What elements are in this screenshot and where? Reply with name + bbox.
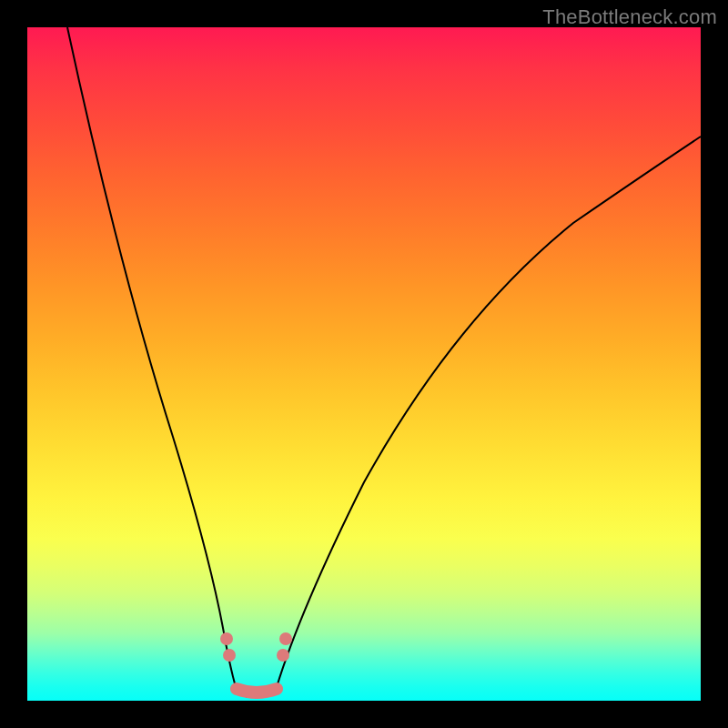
plot-area bbox=[27, 27, 701, 701]
watermark-text: TheBottleneck.com bbox=[542, 5, 717, 29]
svg-point-2 bbox=[279, 632, 292, 645]
chart-frame: TheBottleneck.com bbox=[0, 0, 728, 728]
svg-point-3 bbox=[277, 649, 289, 662]
svg-point-0 bbox=[220, 632, 233, 645]
marker-floor-band bbox=[237, 689, 277, 693]
chart-svg bbox=[27, 27, 701, 701]
marker-pair-left bbox=[220, 632, 236, 662]
curve-right-branch bbox=[277, 136, 701, 687]
curve-left-branch bbox=[67, 27, 236, 687]
svg-point-1 bbox=[223, 649, 236, 662]
